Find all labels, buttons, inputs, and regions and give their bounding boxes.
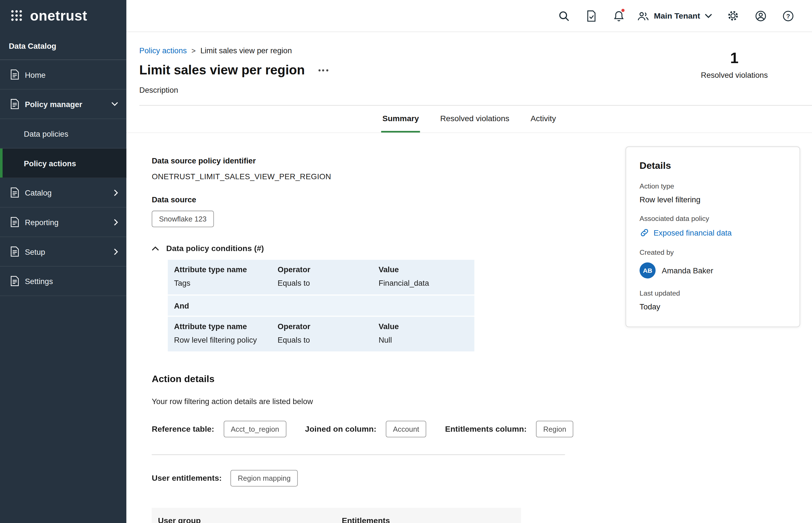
last-updated-label: Last updated (639, 289, 786, 297)
document-check-icon (586, 10, 597, 21)
sidebar-item-policy-manager[interactable]: Policy manager (0, 90, 126, 119)
entitlements-column-label: Entitlements column: (445, 425, 526, 434)
action-type-label: Action type (639, 182, 786, 190)
action-details-subtitle: Your row filtering action details are li… (152, 397, 605, 406)
created-by-label: Created by (639, 249, 786, 256)
condition-col-header: Value (379, 322, 468, 330)
app-grid-icon[interactable] (11, 9, 23, 23)
sidebar-item-label: Settings (25, 277, 53, 286)
data-source-chip: Snowflake 123 (152, 211, 214, 228)
page-title: Limit sales view per region (139, 62, 305, 77)
condition-attribute: Tags (174, 278, 278, 287)
joined-on-column-label: Joined on column: (305, 425, 376, 434)
last-updated-value: Today (639, 302, 786, 311)
chevron-right-icon (114, 189, 118, 196)
sidebar-item-label: Data policies (24, 129, 68, 138)
user-entitlements-label: User entitlements: (152, 474, 222, 483)
sidebar-item-setup[interactable]: Setup (0, 237, 126, 267)
help-glyph: ? (786, 13, 790, 19)
condition-row: Attribute type name Row level filtering … (168, 317, 474, 351)
tenant-menu[interactable]: Main Tenant (633, 0, 719, 32)
sidebar-item-home[interactable]: Home (0, 60, 126, 90)
tab-resolved-violations[interactable]: Resolved violations (439, 106, 511, 133)
topbar: Main Tenant ? (126, 0, 812, 32)
sidebar: onetrust Data Catalog Home Policy manage… (0, 0, 126, 523)
account-button[interactable] (747, 0, 774, 32)
search-icon (558, 10, 569, 21)
sidebar-item-settings[interactable]: Settings (0, 267, 126, 296)
sidebar-item-policy-actions[interactable]: Policy actions (0, 148, 126, 178)
condition-cell: Value Null (379, 322, 468, 344)
help-button[interactable]: ? (774, 0, 801, 32)
details-title: Details (639, 160, 786, 171)
resolved-violations-label: Resolved violations (683, 70, 786, 79)
sidebar-item-catalog[interactable]: Catalog (0, 178, 126, 208)
users-icon (637, 11, 649, 21)
condition-operator: Equals to (278, 278, 378, 287)
app: onetrust Data Catalog Home Policy manage… (0, 0, 812, 523)
settings-button[interactable] (719, 0, 746, 32)
scan-report-button[interactable] (578, 0, 605, 32)
user-entitlements-chip: Region mapping (231, 470, 298, 487)
breadcrumb-separator: > (191, 46, 196, 54)
sidebar-item-label: Reporting (25, 218, 58, 226)
resolved-violations-stat: 1 Resolved violations (683, 50, 786, 79)
associated-policy-link-text: Exposed financial data (654, 228, 731, 237)
condition-cell: Attribute type name Tags (174, 265, 278, 287)
condition-cell: Operator Equals to (278, 322, 378, 344)
sidebar-nav: Home Policy manager Data policies Policy… (0, 60, 126, 296)
action-config-row: Reference table: Acct_to_region Joined o… (152, 421, 605, 437)
tab-summary[interactable]: Summary (381, 106, 420, 133)
condition-attribute: Row level filtering policy (174, 335, 278, 344)
chevron-up-icon (152, 246, 159, 251)
search-button[interactable] (550, 0, 578, 32)
condition-cell: Value Financial_data (379, 265, 468, 287)
page-options-menu[interactable] (317, 65, 329, 75)
associated-policy-link[interactable]: Exposed financial data (639, 228, 786, 237)
condition-operator: Equals to (278, 335, 378, 344)
created-by-row: AB Amanda Baker (639, 262, 786, 278)
chevron-right-icon (114, 248, 118, 255)
conditions-table: Attribute type name Tags Operator Equals… (168, 260, 474, 351)
document-icon (11, 246, 19, 257)
main-content: Policy actions > Limit sales view per re… (126, 32, 812, 523)
tab-bar: Summary Resolved violations Activity (126, 106, 812, 133)
condition-cell: Attribute type name Row level filtering … (174, 322, 278, 344)
condition-connector: And (168, 295, 474, 316)
sidebar-item-label: Home (25, 70, 46, 79)
document-icon (11, 276, 19, 286)
sidebar-item-reporting[interactable]: Reporting (0, 208, 126, 237)
breadcrumb-link-policy-actions[interactable]: Policy actions (139, 46, 187, 55)
conditions-toggle[interactable]: Data policy conditions (#) (152, 244, 605, 253)
associated-policy-label: Associated data policy (639, 215, 786, 222)
notifications-button[interactable] (605, 0, 633, 32)
details-panel: Details Action type Row level filtering … (625, 146, 800, 327)
column-entitlements: Entitlements (342, 516, 521, 523)
identifier-value: ONETRUST_LIMIT_SALES_VIEW_PER_REGION (152, 172, 605, 181)
created-by-name: Amanda Baker (662, 266, 713, 275)
section-divider (152, 454, 565, 455)
gear-icon (727, 10, 739, 22)
resolved-violations-count: 1 (683, 50, 786, 67)
onetrust-logo: onetrust (30, 8, 87, 24)
condition-row: Attribute type name Tags Operator Equals… (168, 260, 474, 294)
document-icon (11, 187, 19, 198)
condition-value: Financial_data (379, 278, 468, 287)
sidebar-item-label: Catalog (25, 188, 52, 197)
condition-col-header: Value (379, 265, 468, 274)
sidebar-item-data-policies[interactable]: Data policies (0, 119, 126, 148)
chevron-right-icon (114, 219, 118, 226)
sidebar-item-label: Policy manager (25, 100, 82, 108)
document-icon (11, 217, 19, 228)
avatar: AB (639, 262, 655, 278)
user-group-table: User group Entitlements (152, 508, 521, 523)
data-source-label: Data source (152, 195, 605, 204)
action-details-title: Action details (152, 373, 605, 384)
condition-col-header: Attribute type name (174, 265, 278, 274)
condition-value: Null (379, 335, 468, 344)
document-icon (11, 99, 19, 109)
tab-activity[interactable]: Activity (529, 106, 557, 133)
user-group-table-header: User group Entitlements (152, 508, 521, 523)
sidebar-item-label: Setup (25, 247, 45, 256)
condition-col-header: Operator (278, 265, 378, 274)
